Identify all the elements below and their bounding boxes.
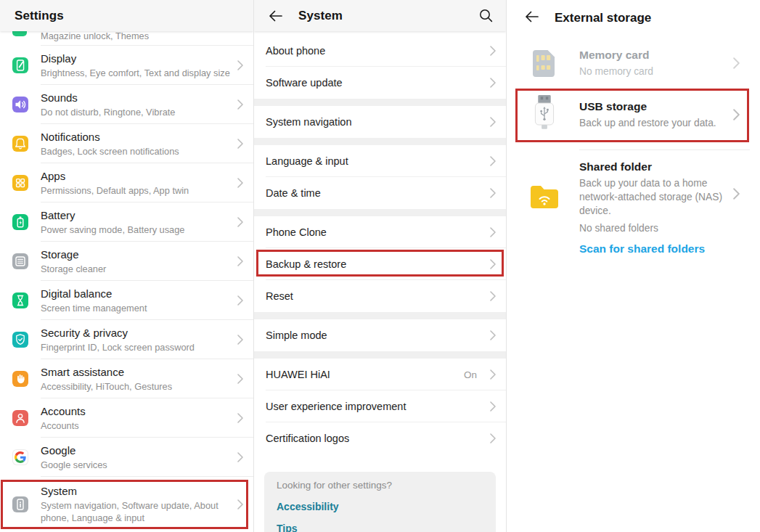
accessibility-link[interactable]: Accessibility [277,501,483,512]
system-item-phone-clone[interactable]: Phone Clone [254,216,506,248]
shared-folder-status: No shared folders [579,223,731,234]
chevron-right-icon [237,60,243,70]
chevron-right-icon [490,291,496,301]
settings-item-notifications[interactable]: Notifications Badges, Lock screen notifi… [0,124,253,163]
storage-item-title: Memory card [579,48,731,62]
chevron-right-icon [490,369,496,380]
chevron-right-icon [237,452,243,462]
item-label: Simple mode [266,330,327,341]
item-label: Reset [266,290,293,302]
item-label: Phone Clone [266,226,327,238]
settings-item-sounds[interactable]: Sounds Do not disturb, Ringtone, Vibrate [0,85,253,124]
item-label: Date & time [266,187,321,199]
chevron-right-icon [490,46,496,56]
system-item-about-phone[interactable]: About phone [254,35,506,67]
sd-card-icon [528,47,560,79]
settings-item-subtitle: Magazine unlock, Themes [41,30,149,41]
settings-item-subtitle: Brightness, Eye comfort, Text and displa… [41,67,229,79]
settings-item-subtitle: Do not disturb, Ringtone, Vibrate [41,106,229,118]
group-separator [254,99,506,106]
settings-item-digital-balance[interactable]: Digital balance Screen time management [0,281,253,320]
other-settings-card: Looking for other settings? Accessibilit… [264,472,496,532]
item-label: Software update [266,77,343,89]
group-separator [254,209,506,216]
settings-item-storage[interactable]: Storage Storage cleaner [0,242,253,281]
storage-item-subtitle: No memory card [579,65,731,78]
chevron-right-icon [490,227,496,237]
settings-item-smart-assistance[interactable]: Smart assistance Accessibility, HiTouch,… [0,359,253,398]
settings-item-apps[interactable]: Apps Permissions, Default apps, App twin [0,163,253,202]
settings-item-subtitle: System navigation, Software update, Abou… [41,499,238,524]
chevron-right-icon [237,413,243,423]
chevron-right-icon [237,374,243,384]
settings-item-subtitle: Permissions, Default apps, App twin [41,184,229,197]
system-item-software-update[interactable]: Software update [254,67,506,99]
system-item-system-navigation[interactable]: System navigation [254,106,506,138]
system-item-huawei-hiai[interactable]: HUAWEI HiAI On [254,359,506,390]
chevron-right-icon [490,117,496,127]
settings-item-title: Display [41,52,229,65]
item-label: HUAWEI HiAI [266,369,330,380]
item-label: User experience improvement [266,401,406,412]
settings-header: Settings [0,0,253,31]
chevron-right-icon [237,139,243,149]
settings-item-google[interactable]: Google Google services [0,438,253,477]
settings-item-system[interactable]: System System navigation, Software updat… [0,477,253,532]
item-label: System navigation [266,116,351,128]
screenshot-root: Settings Magazine unlock, Themes Display… [0,0,760,532]
settings-item-title: Accounts [41,405,229,418]
system-item-date-time[interactable]: Date & time [254,177,506,209]
item-label: About phone [266,45,325,57]
scan-shared-folders-link[interactable]: Scan for shared folders [579,242,731,255]
speaker-icon [12,97,28,112]
settings-item-subtitle: Screen time management [41,302,229,314]
system-item-user-experience-improvement[interactable]: User experience improvement [254,390,506,422]
settings-item-battery[interactable]: Battery Power saving mode, Battery usage [0,202,253,242]
settings-item-subtitle: Accessibility, HiTouch, Gestures [41,380,229,393]
settings-item-security-privacy[interactable]: Security & privacy Fingerprint ID, Lock … [0,320,253,359]
chevron-right-icon [237,256,243,266]
bell-icon [12,136,28,152]
settings-item-subtitle: Power saving mode, Battery usage [41,224,229,236]
page-title: External storage [555,11,651,25]
wifi-folder-icon [528,183,560,210]
back-arrow-icon[interactable] [269,10,282,22]
settings-item-title: System [41,485,229,498]
settings-panel: Settings Magazine unlock, Themes Display… [0,0,253,532]
chevron-right-icon [490,401,496,412]
back-arrow-icon[interactable] [525,11,539,26]
system-header: System [254,0,506,31]
system-item-language-input[interactable]: Language & input [254,145,506,177]
settings-item-display[interactable]: Display Brightness, Eye comfort, Text an… [0,46,253,85]
chevron-right-icon [490,78,496,88]
chevron-right-icon [733,188,740,200]
chevron-right-icon [237,99,243,110]
settings-item-subtitle: Storage cleaner [41,263,229,275]
storage-item-title: Shared folder [579,160,731,173]
tips-link[interactable]: Tips [277,523,483,532]
storage-item-title: USB storage [579,99,731,113]
settings-item-home-screen-partial[interactable]: Magazine unlock, Themes [0,31,253,46]
hand-icon [12,371,28,387]
chevron-right-icon [490,156,496,166]
settings-item-title: Sounds [41,91,229,105]
system-item-backup-restore[interactable]: Backup & restore [254,248,506,280]
system-item-reset[interactable]: Reset [254,280,506,312]
settings-item-subtitle: Fingerprint ID, Lock screen password [41,341,229,353]
settings-item-title: Google [41,444,229,457]
settings-item-title: Apps [41,170,229,183]
group-separator [254,138,506,145]
external-storage-panel: External storage Memory card No memory c… [507,0,760,532]
search-icon[interactable] [478,8,494,23]
item-label: Certification logos [266,433,349,444]
shield-check-icon [12,332,28,348]
settings-item-accounts[interactable]: Accounts Accounts [0,398,253,438]
chevron-right-icon [490,433,496,443]
storage-item-subtitle: Back up your data to a home network-atta… [579,176,731,218]
storage-item-subtitle: Back up and restore your data. [579,116,731,130]
usb-storage-item[interactable]: USB storage Back up and restore your dat… [507,86,760,144]
system-item-certification-logos[interactable]: Certification logos [254,422,506,454]
system-item-simple-mode[interactable]: Simple mode [254,319,506,351]
shared-folder-item[interactable]: Shared folder Back up your data to a hom… [507,150,760,255]
chevron-right-icon [237,499,243,510]
